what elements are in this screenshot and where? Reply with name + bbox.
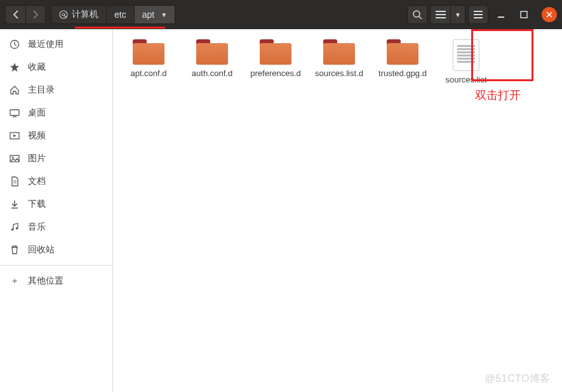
sidebar-item-videos[interactable]: 视频 <box>0 124 112 147</box>
back-button[interactable] <box>5 5 25 24</box>
sidebar-item-pictures[interactable]: 图片 <box>0 147 112 170</box>
sidebar-item-home[interactable]: 主目录 <box>0 79 112 101</box>
search-button[interactable] <box>407 5 427 24</box>
svg-rect-16 <box>10 110 19 115</box>
plus-icon: ＋ <box>9 275 20 287</box>
sidebar-item-downloads[interactable]: 下载 <box>0 193 112 216</box>
forward-button[interactable] <box>25 5 46 24</box>
item-label: sources.list.d <box>315 69 363 79</box>
sidebar-item-starred[interactable]: 收藏 <box>0 56 112 79</box>
annotation-text: 双击打开 <box>475 88 521 103</box>
star-icon <box>9 62 20 72</box>
sidebar-label: 文档 <box>28 176 46 187</box>
file-item[interactable]: sources.list <box>434 37 498 93</box>
folder-item[interactable]: apt.conf.d <box>117 37 180 93</box>
sidebar-item-documents[interactable]: 文档 <box>0 170 112 193</box>
sidebar-label: 收藏 <box>28 62 46 73</box>
svg-line-4 <box>419 16 422 19</box>
item-label: apt.conf.d <box>130 69 166 79</box>
folder-item[interactable]: auth.conf.d <box>180 37 244 93</box>
view-mode-button[interactable]: ▼ <box>430 5 465 24</box>
breadcrumb-label: etc <box>114 10 126 20</box>
minimize-button[interactable] <box>491 5 511 24</box>
sidebar-label: 回收站 <box>28 244 55 256</box>
sidebar-item-desktop[interactable]: 桌面 <box>0 101 112 124</box>
home-icon <box>9 85 20 95</box>
clock-icon <box>9 39 20 49</box>
watermark: @51CTO博客 <box>485 372 551 386</box>
sidebar-label: 最近使用 <box>28 39 64 50</box>
sidebar-label: 主目录 <box>28 84 55 96</box>
item-label: auth.conf.d <box>192 69 232 79</box>
search-icon <box>412 10 422 20</box>
file-grid: apt.conf.dauth.conf.dpreferences.dsource… <box>113 29 562 392</box>
svg-point-3 <box>413 11 420 17</box>
music-icon <box>9 222 20 232</box>
item-label: preferences.d <box>250 69 301 79</box>
folder-item[interactable]: sources.list.d <box>307 37 371 93</box>
folder-icon <box>133 39 164 65</box>
sidebar-label: 其他位置 <box>28 275 64 287</box>
svg-point-20 <box>12 157 14 159</box>
folder-icon <box>387 39 418 65</box>
list-view-icon[interactable] <box>431 6 451 23</box>
breadcrumb-etc[interactable]: etc <box>107 6 135 23</box>
sidebar-item-recent[interactable]: 最近使用 <box>0 33 112 56</box>
folder-item[interactable]: preferences.d <box>244 37 307 93</box>
chevron-down-icon[interactable]: ▼ <box>451 6 465 23</box>
pictures-icon <box>9 154 20 164</box>
svg-point-1 <box>62 13 65 16</box>
minimize-icon <box>497 10 505 19</box>
sidebar: 最近使用收藏主目录桌面视频图片文档下载音乐回收站 ＋ 其他位置 <box>0 29 113 392</box>
trash-icon <box>9 245 20 255</box>
folder-icon <box>323 39 355 65</box>
hamburger-icon <box>474 11 483 18</box>
svg-rect-12 <box>521 11 527 18</box>
folder-item[interactable]: trusted.gpg.d <box>371 37 434 93</box>
sidebar-label: 下载 <box>28 199 46 210</box>
path-bar: 计算机 etc apt ▼ <box>51 5 175 24</box>
breadcrumb-label: 计算机 <box>72 9 98 20</box>
documents-icon <box>9 176 20 186</box>
maximize-icon <box>520 11 528 18</box>
desktop-icon <box>9 108 20 118</box>
text-file-icon <box>453 39 479 71</box>
sidebar-label: 图片 <box>28 153 46 164</box>
item-label: sources.list <box>445 75 486 85</box>
annotation-underline <box>75 27 165 29</box>
item-label: trusted.gpg.d <box>378 69 427 79</box>
breadcrumb-label: apt <box>142 10 154 20</box>
close-icon <box>546 11 552 18</box>
folder-icon <box>260 39 291 65</box>
svg-point-25 <box>16 227 18 230</box>
disk-icon <box>59 10 68 19</box>
sidebar-label: 视频 <box>28 130 46 141</box>
breadcrumb-apt[interactable]: apt ▼ <box>135 6 175 23</box>
sidebar-item-trash[interactable]: 回收站 <box>0 238 112 261</box>
sidebar-label: 音乐 <box>28 221 46 233</box>
video-icon <box>9 131 20 141</box>
sidebar-item-other-locations[interactable]: ＋ 其他位置 <box>0 270 112 292</box>
svg-point-24 <box>11 228 14 231</box>
folder-icon <box>196 39 228 65</box>
toolbar: 计算机 etc apt ▼ ▼ <box>0 0 562 29</box>
maximize-button[interactable] <box>514 5 534 24</box>
hamburger-menu-button[interactable] <box>468 5 488 24</box>
chevron-down-icon: ▼ <box>161 11 167 18</box>
downloads-icon <box>9 199 20 209</box>
breadcrumb-computer[interactable]: 计算机 <box>51 6 107 23</box>
close-button[interactable] <box>542 7 557 22</box>
sidebar-label: 桌面 <box>28 107 46 119</box>
sidebar-item-music[interactable]: 音乐 <box>0 216 112 238</box>
